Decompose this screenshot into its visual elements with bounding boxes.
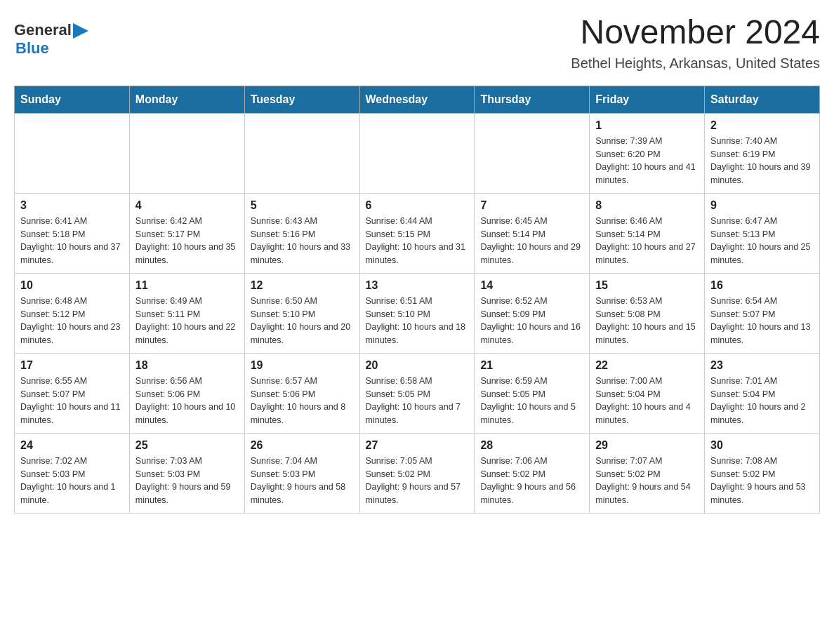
calendar-cell: 3Sunrise: 6:41 AM Sunset: 5:18 PM Daylig… <box>15 193 130 273</box>
calendar-cell: 2Sunrise: 7:40 AM Sunset: 6:19 PM Daylig… <box>705 113 820 193</box>
header-friday: Friday <box>590 86 705 113</box>
day-info: Sunrise: 6:57 AM Sunset: 5:06 PM Dayligh… <box>251 375 354 427</box>
calendar-cell: 8Sunrise: 6:46 AM Sunset: 5:14 PM Daylig… <box>590 193 705 273</box>
day-info: Sunrise: 6:42 AM Sunset: 5:17 PM Dayligh… <box>135 215 239 267</box>
calendar-cell: 28Sunrise: 7:06 AM Sunset: 5:02 PM Dayli… <box>475 433 590 513</box>
day-info: Sunrise: 7:08 AM Sunset: 5:02 PM Dayligh… <box>710 455 814 507</box>
page-header: General Blue November 2024 Bethel Height… <box>14 14 820 72</box>
calendar-cell: 15Sunrise: 6:53 AM Sunset: 5:08 PM Dayli… <box>590 273 705 353</box>
day-info: Sunrise: 7:00 AM Sunset: 5:04 PM Dayligh… <box>595 375 699 427</box>
day-number: 14 <box>480 279 583 292</box>
day-number: 5 <box>251 199 354 212</box>
day-number: 21 <box>480 359 583 372</box>
calendar-cell: 14Sunrise: 6:52 AM Sunset: 5:09 PM Dayli… <box>475 273 590 353</box>
calendar-cell: 5Sunrise: 6:43 AM Sunset: 5:16 PM Daylig… <box>244 193 359 273</box>
day-info: Sunrise: 7:40 AM Sunset: 6:19 PM Dayligh… <box>710 135 814 187</box>
calendar-header-row: SundayMondayTuesdayWednesdayThursdayFrid… <box>15 86 820 113</box>
calendar-cell: 10Sunrise: 6:48 AM Sunset: 5:12 PM Dayli… <box>15 273 130 353</box>
week-row-4: 17Sunrise: 6:55 AM Sunset: 5:07 PM Dayli… <box>15 353 820 433</box>
day-number: 3 <box>20 199 124 212</box>
week-row-2: 3Sunrise: 6:41 AM Sunset: 5:18 PM Daylig… <box>15 193 820 273</box>
day-number: 17 <box>20 359 124 372</box>
calendar-cell: 26Sunrise: 7:04 AM Sunset: 5:03 PM Dayli… <box>244 433 359 513</box>
day-info: Sunrise: 6:46 AM Sunset: 5:14 PM Dayligh… <box>595 215 699 267</box>
day-info: Sunrise: 7:04 AM Sunset: 5:03 PM Dayligh… <box>251 455 354 507</box>
day-info: Sunrise: 6:53 AM Sunset: 5:08 PM Dayligh… <box>595 295 699 347</box>
logo-blue-text: Blue <box>15 39 88 58</box>
calendar-cell: 16Sunrise: 6:54 AM Sunset: 5:07 PM Dayli… <box>705 273 820 353</box>
calendar-cell <box>15 113 130 193</box>
calendar-cell: 4Sunrise: 6:42 AM Sunset: 5:17 PM Daylig… <box>129 193 244 273</box>
day-info: Sunrise: 7:06 AM Sunset: 5:02 PM Dayligh… <box>480 455 583 507</box>
week-row-5: 24Sunrise: 7:02 AM Sunset: 5:03 PM Dayli… <box>15 433 820 513</box>
day-info: Sunrise: 6:41 AM Sunset: 5:18 PM Dayligh… <box>20 215 124 267</box>
day-number: 18 <box>135 359 239 372</box>
day-info: Sunrise: 6:50 AM Sunset: 5:10 PM Dayligh… <box>251 295 354 347</box>
day-info: Sunrise: 7:39 AM Sunset: 6:20 PM Dayligh… <box>595 135 699 187</box>
header-monday: Monday <box>129 86 244 113</box>
day-number: 26 <box>251 439 354 452</box>
day-number: 11 <box>135 279 239 292</box>
week-row-1: 1Sunrise: 7:39 AM Sunset: 6:20 PM Daylig… <box>15 113 820 193</box>
calendar-cell: 12Sunrise: 6:50 AM Sunset: 5:10 PM Dayli… <box>244 273 359 353</box>
day-info: Sunrise: 6:51 AM Sunset: 5:10 PM Dayligh… <box>366 295 469 347</box>
calendar-cell: 21Sunrise: 6:59 AM Sunset: 5:05 PM Dayli… <box>475 353 590 433</box>
calendar-table: SundayMondayTuesdayWednesdayThursdayFrid… <box>14 86 820 514</box>
day-info: Sunrise: 7:02 AM Sunset: 5:03 PM Dayligh… <box>20 455 124 507</box>
calendar-cell: 27Sunrise: 7:05 AM Sunset: 5:02 PM Dayli… <box>359 433 475 513</box>
day-info: Sunrise: 6:44 AM Sunset: 5:15 PM Dayligh… <box>366 215 469 267</box>
day-info: Sunrise: 7:07 AM Sunset: 5:02 PM Dayligh… <box>595 455 699 507</box>
calendar-cell: 11Sunrise: 6:49 AM Sunset: 5:11 PM Dayli… <box>129 273 244 353</box>
day-number: 29 <box>595 439 699 452</box>
header-saturday: Saturday <box>705 86 820 113</box>
day-number: 30 <box>710 439 814 452</box>
day-number: 8 <box>595 199 699 212</box>
location-subtitle: Bethel Heights, Arkansas, United States <box>571 55 820 72</box>
calendar-cell: 13Sunrise: 6:51 AM Sunset: 5:10 PM Dayli… <box>359 273 475 353</box>
day-number: 15 <box>595 279 699 292</box>
day-number: 13 <box>366 279 469 292</box>
day-info: Sunrise: 6:49 AM Sunset: 5:11 PM Dayligh… <box>135 295 239 347</box>
calendar-cell: 9Sunrise: 6:47 AM Sunset: 5:13 PM Daylig… <box>705 193 820 273</box>
day-info: Sunrise: 6:47 AM Sunset: 5:13 PM Dayligh… <box>710 215 814 267</box>
day-number: 28 <box>480 439 583 452</box>
week-row-3: 10Sunrise: 6:48 AM Sunset: 5:12 PM Dayli… <box>15 273 820 353</box>
day-info: Sunrise: 6:55 AM Sunset: 5:07 PM Dayligh… <box>20 375 124 427</box>
calendar-cell: 30Sunrise: 7:08 AM Sunset: 5:02 PM Dayli… <box>705 433 820 513</box>
logo-general-text: General <box>14 21 72 39</box>
day-number: 16 <box>710 279 814 292</box>
header-wednesday: Wednesday <box>359 86 475 113</box>
day-info: Sunrise: 6:54 AM Sunset: 5:07 PM Dayligh… <box>710 295 814 347</box>
calendar-cell: 7Sunrise: 6:45 AM Sunset: 5:14 PM Daylig… <box>475 193 590 273</box>
day-number: 4 <box>135 199 239 212</box>
day-number: 24 <box>20 439 124 452</box>
calendar-cell <box>244 113 359 193</box>
month-year-title: November 2024 <box>571 14 820 51</box>
calendar-cell <box>359 113 475 193</box>
header-tuesday: Tuesday <box>244 86 359 113</box>
day-number: 6 <box>366 199 469 212</box>
day-number: 27 <box>366 439 469 452</box>
day-number: 25 <box>135 439 239 452</box>
day-number: 12 <box>251 279 354 292</box>
day-info: Sunrise: 6:43 AM Sunset: 5:16 PM Dayligh… <box>251 215 354 267</box>
day-info: Sunrise: 6:58 AM Sunset: 5:05 PM Dayligh… <box>366 375 469 427</box>
day-number: 19 <box>251 359 354 372</box>
day-info: Sunrise: 7:05 AM Sunset: 5:02 PM Dayligh… <box>366 455 469 507</box>
day-info: Sunrise: 6:59 AM Sunset: 5:05 PM Dayligh… <box>480 375 583 427</box>
day-number: 20 <box>366 359 469 372</box>
svg-marker-0 <box>73 23 88 39</box>
calendar-cell: 23Sunrise: 7:01 AM Sunset: 5:04 PM Dayli… <box>705 353 820 433</box>
day-info: Sunrise: 6:45 AM Sunset: 5:14 PM Dayligh… <box>480 215 583 267</box>
day-info: Sunrise: 6:48 AM Sunset: 5:12 PM Dayligh… <box>20 295 124 347</box>
calendar-cell: 17Sunrise: 6:55 AM Sunset: 5:07 PM Dayli… <box>15 353 130 433</box>
day-number: 10 <box>20 279 124 292</box>
calendar-cell: 29Sunrise: 7:07 AM Sunset: 5:02 PM Dayli… <box>590 433 705 513</box>
day-number: 2 <box>710 119 814 132</box>
calendar-cell <box>129 113 244 193</box>
day-number: 7 <box>480 199 583 212</box>
logo: General Blue <box>14 14 88 58</box>
calendar-cell: 1Sunrise: 7:39 AM Sunset: 6:20 PM Daylig… <box>590 113 705 193</box>
calendar-cell: 20Sunrise: 6:58 AM Sunset: 5:05 PM Dayli… <box>359 353 475 433</box>
day-info: Sunrise: 7:03 AM Sunset: 5:03 PM Dayligh… <box>135 455 239 507</box>
